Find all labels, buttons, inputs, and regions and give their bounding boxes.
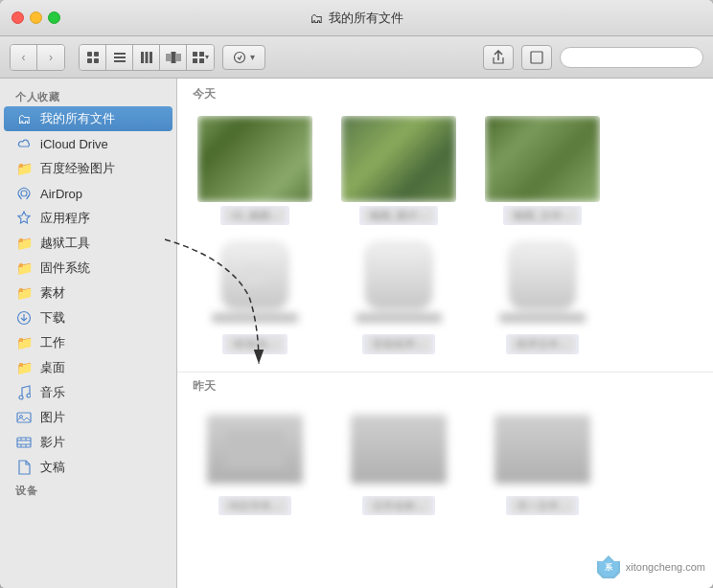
sidebar-item-firmware[interactable]: 📁 固件系统 bbox=[4, 256, 172, 281]
sidebar-item-materials[interactable]: 📁 素材 bbox=[4, 281, 172, 305]
file-name-2: 截图_图片... bbox=[359, 206, 437, 225]
sidebar-item-work[interactable]: 📁 工作 bbox=[4, 330, 172, 355]
title-label: 我的所有文件 bbox=[329, 10, 403, 27]
coverflow-view-btn[interactable] bbox=[160, 45, 187, 70]
arrange-button[interactable] bbox=[521, 45, 552, 70]
docs-icon bbox=[15, 459, 33, 476]
content-area: 今天 15_截图... bbox=[177, 79, 713, 588]
music-icon bbox=[15, 384, 33, 401]
file-name-7: IN文件夹... bbox=[218, 496, 290, 515]
file-item-9[interactable]: 另一文件... bbox=[480, 406, 605, 515]
sidebar-label-airdrop: AirDrop bbox=[40, 187, 82, 201]
sidebar-item-desktop[interactable]: 📁 桌面 bbox=[4, 355, 172, 380]
column-view-btn[interactable] bbox=[133, 45, 160, 70]
watermark: 系 xitongcheng.com bbox=[595, 554, 705, 580]
sidebar-label-work: 工作 bbox=[40, 334, 65, 351]
file-item-8[interactable]: 文件名称... bbox=[336, 406, 461, 515]
file-item-6[interactable]: 程序文件... bbox=[480, 235, 605, 353]
svg-point-19 bbox=[21, 191, 27, 196]
sidebar-label-jailbreak: 越狱工具 bbox=[40, 235, 90, 252]
action-button[interactable]: ▾ bbox=[222, 45, 265, 70]
forward-button[interactable]: › bbox=[37, 45, 64, 70]
sidebar-item-airdrop[interactable]: AirDrop bbox=[4, 181, 172, 206]
svg-rect-4 bbox=[114, 53, 126, 55]
svg-rect-2 bbox=[87, 58, 92, 63]
svg-rect-25 bbox=[17, 438, 31, 447]
share-button[interactable] bbox=[483, 45, 514, 70]
back-button[interactable]: ‹ bbox=[11, 45, 37, 70]
sidebar-item-apps[interactable]: 应用程序 bbox=[4, 206, 172, 231]
file-thumb-7 bbox=[197, 406, 312, 492]
maximize-button[interactable] bbox=[48, 11, 60, 24]
finder-window: 🗂 我的所有文件 ‹ › ▾ bbox=[0, 0, 713, 588]
sidebar-item-music[interactable]: 音乐 bbox=[4, 380, 172, 405]
toolbar: ‹ › ▾ ▾ bbox=[0, 36, 713, 79]
file-item-3[interactable]: 截图_文件... bbox=[480, 116, 605, 225]
firmware-icon: 📁 bbox=[15, 260, 33, 277]
jailbreak-icon: 📁 bbox=[15, 235, 33, 252]
sidebar-item-icloud[interactable]: iCloud Drive bbox=[4, 131, 172, 156]
traffic-lights bbox=[12, 11, 60, 24]
airdrop-icon bbox=[15, 185, 33, 202]
svg-rect-18 bbox=[531, 52, 542, 63]
sidebar-label-baidu: 百度经验图片 bbox=[40, 160, 115, 177]
sidebar-label-downloads: 下载 bbox=[40, 309, 65, 327]
minimize-button[interactable] bbox=[30, 11, 42, 24]
search-input[interactable] bbox=[560, 47, 703, 68]
file-thumb-6 bbox=[485, 235, 600, 330]
file-thumb-1 bbox=[197, 116, 312, 202]
sidebar-label-desktop: 桌面 bbox=[40, 359, 65, 376]
yesterday-header: 昨天 bbox=[177, 372, 713, 396]
close-button[interactable] bbox=[12, 11, 24, 24]
icon-view-btn[interactable] bbox=[80, 45, 106, 70]
svg-rect-10 bbox=[166, 54, 171, 61]
today-header: 今天 bbox=[177, 79, 713, 106]
file-thumb-2 bbox=[341, 116, 456, 202]
sidebar-item-photos[interactable]: 图片 bbox=[4, 405, 172, 430]
sidebar-label-photos: 图片 bbox=[40, 409, 65, 426]
svg-point-21 bbox=[19, 396, 23, 399]
sidebar-item-movies[interactable]: 影片 bbox=[4, 430, 172, 455]
grid-dropdown-btn[interactable]: ▾ bbox=[187, 45, 214, 70]
title-icon: 🗂 bbox=[310, 11, 323, 26]
file-name-3: 截图_文件... bbox=[503, 206, 581, 225]
list-view-btn[interactable] bbox=[106, 45, 133, 70]
sidebar-item-baidu[interactable]: 📁 百度经验图片 bbox=[4, 156, 172, 181]
nav-buttons: ‹ › bbox=[10, 44, 65, 71]
movies-icon bbox=[15, 434, 33, 451]
sidebar-label-materials: 素材 bbox=[40, 284, 65, 302]
sidebar-item-docs[interactable]: 文稿 bbox=[4, 455, 172, 480]
svg-rect-11 bbox=[171, 52, 175, 63]
window-title: 🗂 我的所有文件 bbox=[310, 10, 403, 27]
svg-text:系: 系 bbox=[605, 563, 613, 572]
file-item-1[interactable]: 15_截图... bbox=[193, 116, 317, 225]
work-icon: 📁 bbox=[15, 334, 33, 351]
content-inner: 今天 15_截图... bbox=[177, 79, 713, 525]
file-item-5[interactable]: 安装程序... bbox=[336, 235, 461, 353]
file-item-7[interactable]: IN文件夹... bbox=[193, 406, 317, 515]
main-layout: 个人收藏 🗂 我的所有文件 iCloud Drive 📁 百度经验图片 bbox=[0, 79, 713, 588]
photos-icon bbox=[15, 409, 33, 426]
sidebar-item-all-files[interactable]: 🗂 我的所有文件 bbox=[4, 106, 172, 131]
sidebar-section-devices: 设备 bbox=[0, 480, 176, 500]
file-name-1: 15_截图... bbox=[220, 206, 289, 225]
svg-rect-7 bbox=[141, 52, 144, 63]
desktop-icon: 📁 bbox=[15, 359, 33, 376]
sidebar-item-downloads[interactable]: 下载 bbox=[4, 305, 172, 330]
svg-rect-14 bbox=[199, 52, 204, 57]
file-name-8: 文件名称... bbox=[362, 496, 434, 515]
svg-rect-9 bbox=[150, 52, 152, 63]
svg-rect-12 bbox=[176, 54, 181, 61]
file-item-2[interactable]: 截图_图片... bbox=[336, 116, 461, 225]
svg-rect-15 bbox=[193, 58, 197, 63]
svg-rect-26 bbox=[245, 266, 264, 285]
files-grid-today-1: 15_截图... 截图_图片... bbox=[177, 106, 713, 235]
all-files-icon: 🗂 bbox=[15, 110, 33, 127]
file-name-4: I安装包... bbox=[222, 334, 287, 353]
view-controls: ▾ bbox=[79, 44, 215, 71]
file-item-4[interactable]: I安装包... bbox=[193, 235, 317, 353]
sidebar-item-jailbreak[interactable]: 📁 越狱工具 bbox=[4, 231, 172, 256]
file-thumb-5 bbox=[341, 235, 456, 330]
sidebar: 个人收藏 🗂 我的所有文件 iCloud Drive 📁 百度经验图片 bbox=[0, 79, 177, 588]
svg-rect-8 bbox=[145, 52, 148, 63]
